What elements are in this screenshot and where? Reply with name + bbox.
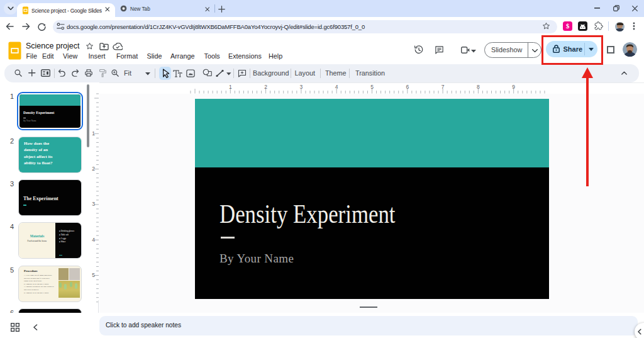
- svg-text:4: 4: [335, 84, 338, 90]
- svg-text:1: 1: [229, 84, 232, 90]
- svg-text:4: 4: [92, 237, 95, 243]
- svg-text:3: 3: [92, 201, 95, 207]
- svg-text:5: 5: [370, 84, 374, 90]
- svg-text:5: 5: [92, 272, 95, 278]
- svg-text:2: 2: [264, 84, 267, 90]
- svg-text:3: 3: [300, 84, 303, 90]
- svg-text:8: 8: [477, 84, 480, 90]
- svg-text:9: 9: [512, 84, 515, 90]
- svg-text:6: 6: [406, 84, 409, 90]
- svg-text:1: 1: [92, 130, 95, 137]
- svg-text:7: 7: [441, 84, 445, 90]
- svg-text:2: 2: [92, 166, 95, 172]
